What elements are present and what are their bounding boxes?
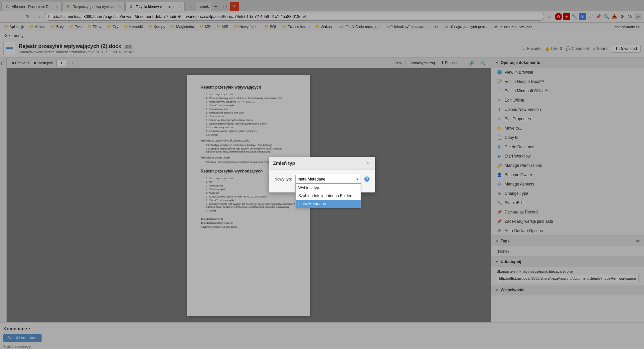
modal-overlay: Zmień typ × Nowy typ: Wybierz typ... Sza… [0, 0, 644, 349]
modal-close-button[interactable]: × [364, 160, 371, 167]
dropdown-item-smart[interactable]: Szablon Inteligentnego Folderu [296, 192, 361, 200]
modal-type-label: Nowy typ: [274, 177, 292, 181]
modal-header: Zmień typ × [269, 157, 375, 170]
dropdown-item-meta[interactable]: meta:Metadane [296, 200, 361, 208]
help-icon[interactable]: ? [364, 176, 370, 182]
modal-body: Nowy typ: Wybierz typ... Szablon Intelig… [269, 170, 375, 192]
modal-select-wrapper: Wybierz typ... Szablon Inteligentnego Fo… [295, 175, 361, 183]
modal-title: Zmień typ [273, 161, 295, 166]
modal-type-field: Nowy typ: Wybierz typ... Szablon Intelig… [274, 175, 370, 183]
dropdown-list: Wybierz typ... Szablon Inteligentnego Fo… [295, 183, 361, 208]
dropdown-item-placeholder[interactable]: Wybierz typ... [296, 184, 361, 192]
modal-type-select[interactable]: Wybierz typ... Szablon Inteligentnego Fo… [295, 175, 361, 183]
change-type-modal: Zmień typ × Nowy typ: Wybierz typ... Sza… [269, 157, 375, 192]
